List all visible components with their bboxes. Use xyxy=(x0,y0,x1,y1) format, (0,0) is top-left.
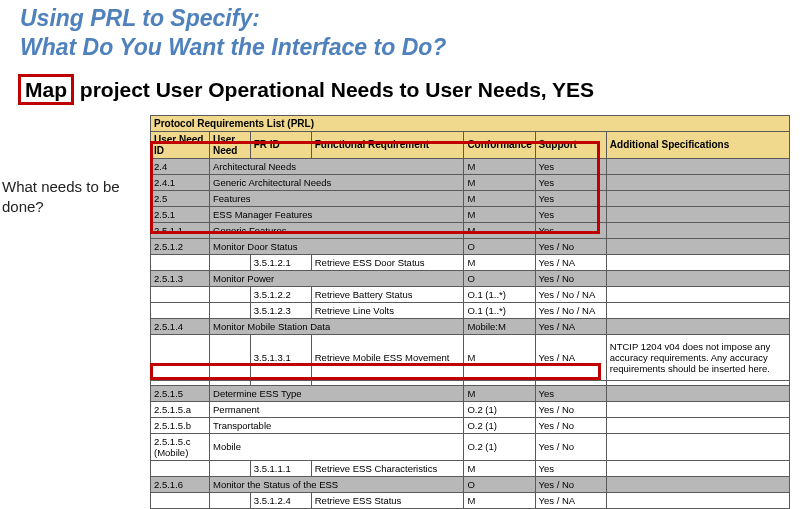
cell-additional-spec xyxy=(606,286,789,302)
cell-user-need-id xyxy=(151,286,210,302)
table-row: 2.5.1.3Monitor PowerOYes / No xyxy=(151,270,790,286)
cell-fr-id: 3.5.1.2.1 xyxy=(250,254,311,270)
col-additional-spec: Additional Specifications xyxy=(606,131,789,158)
table-row: 2.5.1.5.bTransportableO.2 (1)Yes / No xyxy=(151,417,790,433)
cell-support: Yes xyxy=(535,206,606,222)
cell-user-need: Monitor Mobile Station Data xyxy=(210,318,464,334)
cell-conformance: O.2 (1) xyxy=(464,433,535,460)
table-row: 3.5.1.2.4Retrieve ESS StatusMYes / NA xyxy=(151,492,790,508)
cell-conformance: O.2 (1) xyxy=(464,401,535,417)
cell-additional-spec xyxy=(606,222,789,238)
col-user-need: User Need xyxy=(210,131,251,158)
cell-additional-spec xyxy=(606,190,789,206)
cell-user-need: Monitor Power xyxy=(210,270,464,286)
cell-user-need-id: 2.5.1.1 xyxy=(151,222,210,238)
cell-support: Yes / No xyxy=(535,270,606,286)
cell-conformance: M xyxy=(464,174,535,190)
cell-support: Yes xyxy=(535,174,606,190)
cell-functional-requirement: Retrieve ESS Status xyxy=(311,492,464,508)
table-row: 2.4Architectural NeedsMYes xyxy=(151,158,790,174)
sidebar-question: What needs to be done? xyxy=(2,177,142,218)
cell-additional-spec xyxy=(606,206,789,222)
cell-additional-spec xyxy=(606,401,789,417)
cell-conformance: O.1 (1..*) xyxy=(464,302,535,318)
cell-user-need: Generic Architectural Needs xyxy=(210,174,464,190)
subtitle-rest: project User Operational Needs to User N… xyxy=(74,78,594,101)
cell-functional-requirement: Retrieve Line Volts xyxy=(311,302,464,318)
cell-user-need-id: 2.5 xyxy=(151,190,210,206)
cell-user-need-id: 2.5.1.6 xyxy=(151,476,210,492)
cell-support: Yes xyxy=(535,222,606,238)
cell-user-need xyxy=(210,492,251,508)
cell-additional-spec xyxy=(606,460,789,476)
cell-conformance: M xyxy=(464,460,535,476)
cell-additional-spec xyxy=(606,270,789,286)
cell-support: Yes / NA xyxy=(535,492,606,508)
cell-conformance: M xyxy=(464,158,535,174)
cell-additional-spec xyxy=(606,476,789,492)
table-row: 2.5.1ESS Manager FeaturesMYes xyxy=(151,206,790,222)
cell-additional-spec xyxy=(606,238,789,254)
cell-functional-requirement: Retrieve Mobile ESS Movement xyxy=(311,334,464,380)
col-support: Support xyxy=(535,131,606,158)
cell-additional-spec: NTCIP 1204 v04 does not impose any accur… xyxy=(606,334,789,380)
subtitle-highlight-word: Map xyxy=(18,74,74,105)
prl-table-container: Protocol Requirements List (PRL) User Ne… xyxy=(150,115,790,509)
cell-support: Yes / No xyxy=(535,401,606,417)
cell-user-need-id xyxy=(151,492,210,508)
cell-user-need: Determine ESS Type xyxy=(210,385,464,401)
cell-support: Yes / No / NA xyxy=(535,286,606,302)
cell-conformance: O xyxy=(464,270,535,286)
col-fr-id: FR ID xyxy=(250,131,311,158)
table-row: 3.5.1.1.1Retrieve ESS CharacteristicsMYe… xyxy=(151,460,790,476)
table-row: 2.5.1.5.c (Mobile)MobileO.2 (1)Yes / No xyxy=(151,433,790,460)
cell-additional-spec xyxy=(606,302,789,318)
table-row: 2.5.1.6Monitor the Status of the ESSOYes… xyxy=(151,476,790,492)
cell-user-need: ESS Manager Features xyxy=(210,206,464,222)
cell-support: Yes xyxy=(535,158,606,174)
cell-support: Yes / No xyxy=(535,238,606,254)
cell-user-need-id: 2.5.1.5.c (Mobile) xyxy=(151,433,210,460)
cell-fr-id: 3.5.1.1.1 xyxy=(250,460,311,476)
cell-conformance: M xyxy=(464,385,535,401)
cell-conformance: M xyxy=(464,206,535,222)
cell-functional-requirement: Retrieve ESS Door Status xyxy=(311,254,464,270)
cell-user-need: Features xyxy=(210,190,464,206)
cell-user-need xyxy=(210,254,251,270)
cell-fr-id: 3.5.1.2.2 xyxy=(250,286,311,302)
cell-support: Yes / NA xyxy=(535,318,606,334)
col-user-need-id: User Need ID xyxy=(151,131,210,158)
cell-user-need xyxy=(210,286,251,302)
cell-conformance: M xyxy=(464,492,535,508)
cell-user-need-id: 2.5.1.5.a xyxy=(151,401,210,417)
subtitle: Map project User Operational Needs to Us… xyxy=(0,62,800,109)
col-functional-requirement: Functional Requirement xyxy=(311,131,464,158)
cell-additional-spec xyxy=(606,385,789,401)
table-row: 3.5.1.2.1Retrieve ESS Door StatusMYes / … xyxy=(151,254,790,270)
cell-support: Yes / No xyxy=(535,417,606,433)
table-row: 3.5.1.3.1Retrieve Mobile ESS MovementMYe… xyxy=(151,334,790,380)
cell-functional-requirement: Retrieve ESS Characteristics xyxy=(311,460,464,476)
cell-fr-id: 3.5.1.2.3 xyxy=(250,302,311,318)
cell-conformance: O.1 (1..*) xyxy=(464,286,535,302)
cell-support: Yes / NA xyxy=(535,334,606,380)
cell-conformance: Mobile:M xyxy=(464,318,535,334)
cell-additional-spec xyxy=(606,174,789,190)
table-row: 3.5.1.2.2Retrieve Battery StatusO.1 (1..… xyxy=(151,286,790,302)
cell-user-need: Generic Features xyxy=(210,222,464,238)
cell-support: Yes / No / NA xyxy=(535,302,606,318)
cell-additional-spec xyxy=(606,318,789,334)
cell-additional-spec xyxy=(606,254,789,270)
cell-conformance: O.2 (1) xyxy=(464,417,535,433)
cell-additional-spec xyxy=(606,158,789,174)
cell-support: Yes xyxy=(535,460,606,476)
cell-user-need: Monitor Door Status xyxy=(210,238,464,254)
cell-user-need: Monitor the Status of the ESS xyxy=(210,476,464,492)
table-row: 2.5.1.5.aPermanentO.2 (1)Yes / No xyxy=(151,401,790,417)
cell-user-need: Transportable xyxy=(210,417,464,433)
cell-support: Yes / No xyxy=(535,433,606,460)
cell-fr-id: 3.5.1.3.1 xyxy=(250,334,311,380)
slide-title: Using PRL to Specify: What Do You Want t… xyxy=(0,0,800,62)
cell-user-need: Permanent xyxy=(210,401,464,417)
table-row: 2.5.1.1Generic FeaturesMYes xyxy=(151,222,790,238)
